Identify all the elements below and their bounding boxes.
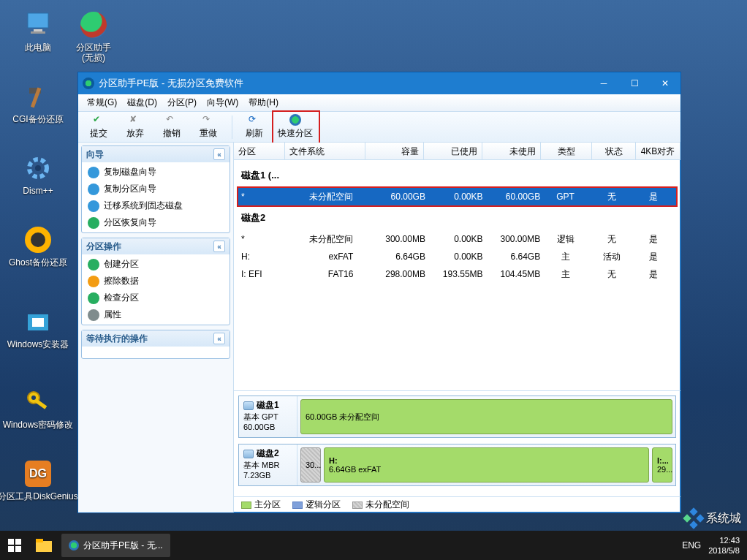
- check-icon: ✔: [93, 114, 105, 126]
- commit-button[interactable]: ✔提交: [81, 113, 116, 141]
- key-icon: [23, 387, 53, 417]
- close-button[interactable]: ✕: [650, 72, 680, 94]
- copy-partition-wizard[interactable]: 复制分区向导: [82, 181, 230, 197]
- menu-help[interactable]: 帮助(H): [244, 95, 283, 110]
- svg-rect-2: [31, 31, 45, 34]
- panel-header[interactable]: 分区操作«: [82, 238, 230, 254]
- quick-partition-button[interactable]: 快速分区: [275, 113, 316, 141]
- partition-bar-unallocated[interactable]: 30...: [300, 447, 321, 483]
- col-4kb-align[interactable]: 4KB对齐: [636, 143, 680, 159]
- create-partition[interactable]: 创建分区: [82, 256, 230, 273]
- table-row[interactable]: * 未分配空间 60.00GB 0.00KB 60.00GB GPT 无 是: [238, 188, 676, 205]
- migrate-ssd-wizard[interactable]: 迁移系统到固态磁盘: [82, 197, 230, 214]
- partition-list[interactable]: 磁盘1 (... * 未分配空间 60.00GB 0.00KB 60.00GB …: [234, 160, 680, 390]
- collapse-icon[interactable]: «: [213, 148, 225, 160]
- disk-visual-area: 磁盘1 基本 GPT 60.00GB 60.00GB 未分配空间 磁盘2 基本 …: [234, 390, 680, 496]
- svg-rect-11: [35, 399, 47, 409]
- menu-partition[interactable]: 分区(P): [163, 95, 201, 110]
- menu-general[interactable]: 常规(G): [83, 95, 121, 110]
- app-icon: [289, 114, 301, 126]
- pending-ops-panel: 等待执行的操作«: [81, 330, 230, 359]
- dg-icon: DG: [23, 459, 53, 488]
- start-button[interactable]: [0, 531, 29, 560]
- app-icon: [69, 540, 79, 550]
- icon-label: Windows安装器: [7, 339, 69, 349]
- svg-rect-15: [15, 546, 21, 552]
- desktop-icon-diskgenius[interactable]: DG 分区工具DiskGenius: [12, 459, 64, 502]
- properties[interactable]: 属性: [82, 306, 230, 323]
- icon-label: Ghost备份还原: [9, 257, 67, 268]
- svg-rect-8: [32, 318, 44, 327]
- disk2-meta: 磁盘2 基本 MBR 7.23GB: [239, 444, 297, 485]
- check-icon: [88, 292, 99, 304]
- col-type[interactable]: 类型: [541, 143, 592, 159]
- file-explorer-button[interactable]: [29, 531, 58, 560]
- icon-label: Dism++: [23, 186, 53, 196]
- svg-rect-12: [8, 539, 14, 545]
- disk1-visual[interactable]: 磁盘1 基本 GPT 60.00GB 60.00GB 未分配空间: [238, 396, 676, 438]
- partition-bar-h[interactable]: H:6.64GB exFAT: [324, 447, 649, 483]
- collapse-icon[interactable]: «: [213, 241, 225, 252]
- legend-logical: 逻辑分区: [292, 499, 341, 511]
- svg-point-10: [31, 396, 36, 400]
- panel-header[interactable]: 向导«: [82, 146, 230, 162]
- col-used[interactable]: 已使用: [424, 143, 482, 159]
- wizard-panel: 向导« 复制磁盘向导 复制分区向导 迁移系统到固态磁盘 分区恢复向导: [81, 145, 230, 233]
- system-tray[interactable]: ENG 12:43 2018/5/8: [675, 535, 747, 556]
- col-unused[interactable]: 未使用: [482, 143, 541, 159]
- desktop-icon-this-pc[interactable]: 此电脑: [12, 10, 64, 53]
- column-headers: 分区 文件系统 容量 已使用 未使用 类型 状态 4KB对齐: [234, 143, 680, 160]
- create-icon: [88, 259, 99, 270]
- table-row[interactable]: I: EFI FAT16 298.00MB 193.55MB 104.45MB …: [238, 265, 676, 283]
- menu-wizard[interactable]: 向导(W): [202, 95, 243, 110]
- main-content: 分区 文件系统 容量 已使用 未使用 类型 状态 4KB对齐 磁盘1 (... …: [234, 143, 680, 512]
- hammer-icon: [23, 82, 53, 111]
- table-row[interactable]: H: exFAT 6.64GB 0.00KB 6.64GB 主 活动 是: [238, 248, 676, 265]
- x-icon: ✘: [129, 114, 141, 126]
- table-row[interactable]: * 未分配空间 300.00MB 0.00KB 300.00MB 逻辑 无 是: [238, 230, 676, 248]
- partition-ops-panel: 分区操作« 创建分区 擦除数据 检查分区 属性: [81, 238, 230, 325]
- desktop-icon-ghost[interactable]: Ghost备份还原: [12, 225, 64, 268]
- svg-rect-0: [28, 13, 48, 28]
- taskbar-app-partition-assistant[interactable]: 分区助手PE版 - 无...: [61, 534, 170, 557]
- discard-button[interactable]: ✘放弃: [118, 113, 153, 141]
- maximize-button[interactable]: ☐: [619, 72, 650, 94]
- partition-recovery-wizard[interactable]: 分区恢复向导: [82, 214, 230, 231]
- titlebar[interactable]: 分区助手PE版 - 无损分区免费软件 ─ ☐ ✕: [78, 72, 680, 94]
- wipe-data[interactable]: 擦除数据: [82, 273, 230, 290]
- menu-disk[interactable]: 磁盘(D): [123, 95, 162, 110]
- disk1-header[interactable]: 磁盘1 (...: [238, 163, 676, 188]
- collapse-icon[interactable]: «: [213, 333, 225, 344]
- panel-header[interactable]: 等待执行的操作«: [82, 330, 230, 347]
- language-indicator[interactable]: ENG: [682, 540, 701, 550]
- desktop-icon-win-installer[interactable]: Windows安装器: [12, 307, 64, 349]
- col-partition[interactable]: 分区: [234, 143, 285, 159]
- partition-bar-unallocated[interactable]: 60.00GB 未分配空间: [300, 399, 672, 434]
- refresh-button[interactable]: ⟳刷新: [237, 113, 272, 141]
- redo-icon: ↷: [202, 114, 214, 126]
- menubar: 常规(G) 磁盘(D) 分区(P) 向导(W) 帮助(H): [78, 94, 680, 112]
- desktop-icon-cgi-backup[interactable]: CGI备份还原: [12, 82, 64, 124]
- minimize-button[interactable]: ─: [588, 72, 619, 94]
- clock[interactable]: 12:43 2018/5/8: [708, 535, 740, 556]
- desktop-icon-partition-assistant[interactable]: 分区助手(无损): [67, 10, 120, 63]
- desktop-icon-win-password[interactable]: Windows密码修改: [12, 387, 64, 430]
- disk2-visual[interactable]: 磁盘2 基本 MBR 7.23GB 30... H:6.64GB exFAT I…: [238, 444, 676, 486]
- disk2-header[interactable]: 磁盘2: [238, 205, 676, 230]
- col-filesystem[interactable]: 文件系统: [285, 143, 365, 159]
- quick-partition-highlight: 快速分区: [272, 110, 320, 144]
- check-partition[interactable]: 检查分区: [82, 290, 230, 306]
- col-capacity[interactable]: 容量: [365, 143, 424, 159]
- copy-disk-wizard[interactable]: 复制磁盘向导: [82, 164, 230, 181]
- computer-icon: [23, 10, 53, 39]
- svg-rect-1: [34, 29, 42, 31]
- desktop-icon-dism[interactable]: Dism++: [12, 154, 64, 196]
- redo-button[interactable]: ↷重做: [191, 113, 226, 141]
- partition-bar-i[interactable]: I:...29...: [652, 447, 672, 483]
- undo-button[interactable]: ↶撤销: [154, 113, 189, 141]
- chick-icon: [23, 225, 53, 254]
- col-state[interactable]: 状态: [592, 143, 636, 159]
- svg-rect-16: [36, 541, 52, 552]
- undo-icon: ↶: [166, 114, 178, 126]
- props-icon: [88, 309, 99, 321]
